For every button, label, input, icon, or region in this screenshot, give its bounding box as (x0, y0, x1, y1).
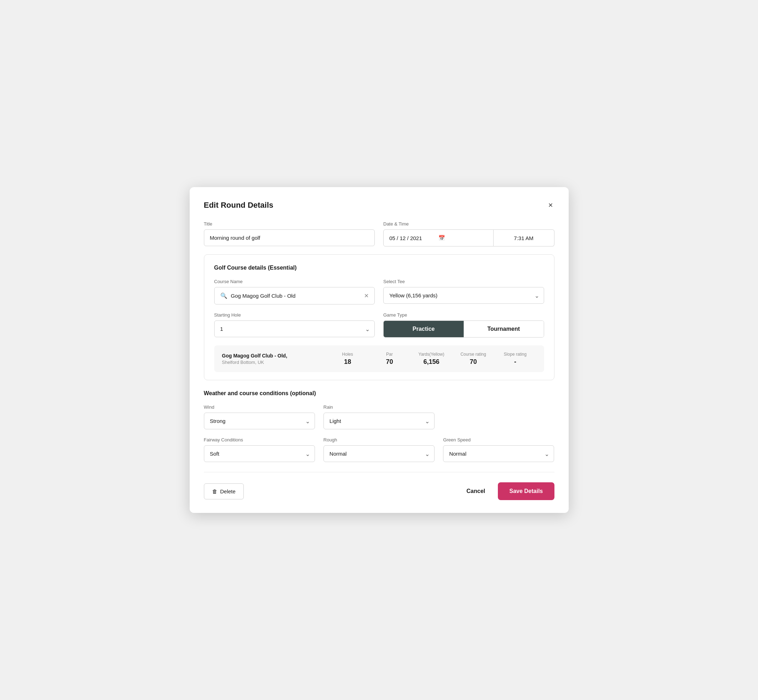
title-label: Title (204, 221, 375, 227)
save-button[interactable]: Save Details (498, 482, 554, 500)
select-tee-group: Select Tee Yellow (6,156 yards) White Re… (383, 279, 544, 305)
tournament-toggle-button[interactable]: Tournament (464, 321, 544, 337)
starting-hole-label: Starting Hole (214, 312, 375, 318)
slope-rating-value: - (494, 358, 536, 366)
footer-right: Cancel Save Details (460, 482, 554, 500)
green-speed-label: Green Speed (443, 437, 554, 442)
par-value: 70 (369, 358, 411, 366)
fairway-group: Fairway Conditions Dry Normal Soft Wet ⌄ (204, 437, 315, 462)
delete-button[interactable]: 🗑 Delete (204, 483, 244, 499)
time-input[interactable]: 7:31 AM (493, 230, 554, 247)
select-tee-label: Select Tee (383, 279, 544, 284)
modal-title: Edit Round Details (204, 201, 274, 210)
trash-icon: 🗑 (212, 488, 218, 494)
fairway-label: Fairway Conditions (204, 437, 315, 442)
course-stat-slope-rating: Slope rating - (494, 352, 536, 366)
rough-wrapper: Short Normal Long Very Long ⌄ (324, 445, 434, 462)
rough-input[interactable]: Short Normal Long Very Long (324, 445, 434, 462)
starting-hole-input[interactable]: 1 2 3 10 (214, 320, 375, 337)
modal-header: Edit Round Details × (204, 200, 554, 211)
date-input[interactable]: 05 / 12 / 2021 📅 (383, 230, 493, 247)
conditions-row: Fairway Conditions Dry Normal Soft Wet ⌄… (204, 437, 554, 462)
course-stat-holes: Holes 18 (327, 352, 369, 366)
golf-course-section-title: Golf Course details (Essential) (214, 265, 544, 271)
edit-round-modal: Edit Round Details × Title Date & Time 0… (190, 187, 568, 513)
course-name-group: Course Name 🔍 ✕ (214, 279, 375, 305)
rain-group: Rain None Light Moderate Heavy ⌄ (324, 405, 434, 429)
course-rating-value: 70 (452, 358, 494, 366)
title-date-row: Title Date & Time 05 / 12 / 2021 📅 7:31 … (204, 221, 554, 247)
weather-section: Weather and course conditions (optional)… (204, 390, 554, 462)
course-tee-row: Course Name 🔍 ✕ Select Tee Yellow (6,156… (214, 279, 544, 305)
green-speed-input[interactable]: Slow Normal Fast Very Fast (443, 445, 554, 462)
starting-hole-wrapper: 1 2 3 10 ⌄ (214, 320, 375, 337)
game-type-toggle: Practice Tournament (383, 320, 544, 338)
cancel-button[interactable]: Cancel (460, 483, 492, 499)
wind-input[interactable]: Calm Light Moderate Strong Very Strong (204, 412, 315, 429)
par-label: Par (369, 352, 411, 357)
date-value: 05 / 12 / 2021 (389, 235, 439, 241)
course-info-row: Gog Magog Golf Club - Old, Shelford Bott… (214, 345, 544, 372)
course-stat-par: Par 70 (369, 352, 411, 366)
footer-divider (204, 472, 554, 472)
rough-label: Rough (324, 437, 434, 442)
holes-label: Holes (327, 352, 369, 357)
wind-wrapper: Calm Light Moderate Strong Very Strong ⌄ (204, 412, 315, 429)
green-speed-wrapper: Slow Normal Fast Very Fast ⌄ (443, 445, 554, 462)
course-info-name: Gog Magog Golf Club - Old, Shelford Bott… (222, 353, 327, 365)
close-button[interactable]: × (547, 200, 554, 211)
golf-course-section: Golf Course details (Essential) Course N… (204, 254, 554, 380)
holes-value: 18 (327, 358, 369, 366)
course-name-input[interactable] (231, 293, 362, 299)
wind-group: Wind Calm Light Moderate Strong Very Str… (204, 405, 315, 429)
fairway-wrapper: Dry Normal Soft Wet ⌄ (204, 445, 315, 462)
search-icon: 🔍 (220, 292, 227, 299)
fairway-input[interactable]: Dry Normal Soft Wet (204, 445, 315, 462)
clear-icon[interactable]: ✕ (364, 292, 369, 299)
course-stat-yards: Yards(Yellow) 6,156 (410, 352, 452, 366)
hole-gametype-row: Starting Hole 1 2 3 10 ⌄ Game Type Pract… (214, 312, 544, 338)
date-time-label: Date & Time (383, 221, 554, 227)
weather-section-title: Weather and course conditions (optional) (204, 390, 554, 397)
course-info-name-text: Gog Magog Golf Club - Old, (222, 353, 327, 359)
rain-label: Rain (324, 405, 434, 410)
calendar-icon: 📅 (439, 235, 487, 241)
time-value: 7:31 AM (514, 235, 534, 241)
course-stat-course-rating: Course rating 70 (452, 352, 494, 366)
yards-label: Yards(Yellow) (410, 352, 452, 357)
slope-rating-label: Slope rating (494, 352, 536, 357)
rough-group: Rough Short Normal Long Very Long ⌄ (324, 437, 434, 462)
wind-rain-row: Wind Calm Light Moderate Strong Very Str… (204, 405, 554, 429)
wind-label: Wind (204, 405, 315, 410)
game-type-label: Game Type (383, 312, 544, 318)
rain-input[interactable]: None Light Moderate Heavy (324, 412, 434, 429)
game-type-group: Game Type Practice Tournament (383, 312, 544, 338)
course-name-input-wrapper[interactable]: 🔍 ✕ (214, 287, 375, 305)
select-tee-wrapper: Yellow (6,156 yards) White Red Blue ⌄ (383, 287, 544, 304)
course-name-label: Course Name (214, 279, 375, 284)
date-time-inputs: 05 / 12 / 2021 📅 7:31 AM (383, 230, 554, 247)
course-info-location: Shelford Bottom, UK (222, 359, 327, 365)
green-speed-group: Green Speed Slow Normal Fast Very Fast ⌄ (443, 437, 554, 462)
title-input[interactable] (204, 230, 375, 246)
select-tee-input[interactable]: Yellow (6,156 yards) White Red Blue (383, 287, 544, 304)
course-rating-label: Course rating (452, 352, 494, 357)
rain-wrapper: None Light Moderate Heavy ⌄ (324, 412, 434, 429)
delete-label: Delete (220, 488, 236, 494)
footer-row: 🗑 Delete Cancel Save Details (204, 482, 554, 500)
yards-value: 6,156 (410, 358, 452, 366)
practice-toggle-button[interactable]: Practice (384, 321, 464, 337)
date-time-group: Date & Time 05 / 12 / 2021 📅 7:31 AM (383, 221, 554, 247)
starting-hole-group: Starting Hole 1 2 3 10 ⌄ (214, 312, 375, 338)
title-group: Title (204, 221, 375, 247)
